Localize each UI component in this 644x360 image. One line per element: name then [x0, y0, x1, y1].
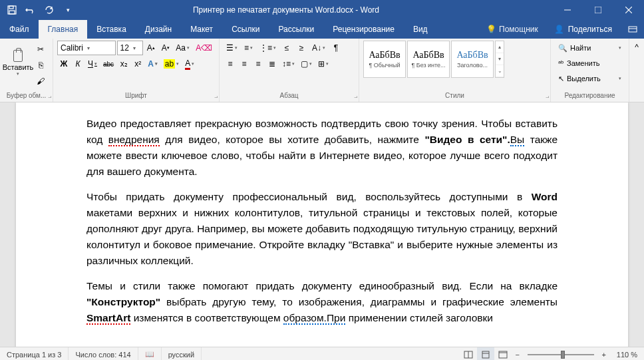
strikethrough-button[interactable]: abc — [100, 57, 116, 71]
align-center-icon[interactable]: ≡ — [238, 57, 251, 71]
borders-icon[interactable]: ⊞ — [315, 57, 331, 71]
zoom-level[interactable]: 110 % — [610, 351, 644, 359]
undo-icon[interactable] — [23, 2, 39, 18]
style-heading1[interactable]: АаБбВвЗаголово... — [451, 41, 494, 78]
svg-rect-7 — [629, 27, 637, 32]
redo-icon[interactable] — [41, 2, 57, 18]
svg-rect-2 — [9, 11, 15, 14]
view-print-layout-icon[interactable] — [477, 347, 494, 361]
group-styles: АаБбВв¶ Обычный АаБбВв¶ Без инте... АаБб… — [359, 39, 551, 102]
underline-button[interactable]: Ч — [85, 57, 100, 71]
window-controls — [552, 0, 644, 20]
document-paragraph: Чтобы придать документу профессиональный… — [86, 189, 558, 269]
multilevel-list-icon[interactable]: ⋮≡ — [257, 41, 279, 55]
group-clipboard: Вставить ▾ ✂ ⎘ 🖌 Буфер обм... — [0, 39, 53, 102]
status-language[interactable]: русский — [162, 347, 202, 360]
group-font: Calibri 12 A▴ A▾ Aa A⌫ Ж К Ч abc x₂ x² A… — [53, 39, 220, 102]
sort-icon[interactable]: A↓ — [309, 41, 328, 55]
minimize-button[interactable] — [552, 0, 583, 20]
increase-indent-icon[interactable]: ≥ — [295, 41, 308, 55]
window-title: Принтер не печатает документы Word.docx … — [80, 5, 492, 15]
tab-mailings[interactable]: Рассылки — [269, 20, 323, 39]
tell-me[interactable]: 💡Помощник — [480, 25, 545, 34]
highlight-icon[interactable]: ab — [161, 57, 182, 71]
ribbon: Вставить ▾ ✂ ⎘ 🖌 Буфер обм... Calibri 12… — [0, 39, 644, 102]
status-page[interactable]: Страница 1 из 3 — [0, 347, 69, 360]
save-icon[interactable] — [4, 2, 20, 18]
justify-icon[interactable]: ≣ — [265, 57, 279, 71]
format-painter-icon[interactable]: 🖌 — [34, 74, 47, 89]
zoom-slider[interactable] — [528, 347, 594, 361]
tab-view[interactable]: Вид — [404, 20, 437, 39]
share-button[interactable]: 👤Поделиться — [545, 25, 621, 34]
group-label: Шрифт — [57, 92, 215, 100]
clipboard-icon — [13, 50, 23, 62]
cut-icon[interactable]: ✂ — [34, 42, 47, 57]
tab-references[interactable]: Ссылки — [222, 20, 269, 39]
group-label: Стили — [363, 92, 546, 100]
svg-rect-4 — [595, 7, 601, 13]
bold-button[interactable]: Ж — [57, 57, 71, 71]
group-label: Абзац — [224, 92, 355, 100]
ribbon-display-options-icon[interactable] — [621, 25, 644, 34]
clear-format-icon[interactable]: A⌫ — [194, 41, 215, 55]
paste-button[interactable]: Вставить ▾ — [4, 41, 32, 86]
group-editing: 🔍Найти▾ ᵃᵇЗаменить ↖Выделить▾ Редактиров… — [551, 39, 629, 102]
tab-layout[interactable]: Макет — [181, 20, 222, 39]
view-web-layout-icon[interactable] — [494, 347, 512, 361]
line-spacing-icon[interactable]: ↕≡ — [279, 57, 297, 71]
tab-design[interactable]: Дизайн — [136, 20, 181, 39]
select-button[interactable]: ↖Выделить▾ — [555, 71, 625, 86]
increase-font-icon[interactable]: A▴ — [144, 41, 158, 55]
italic-button[interactable]: К — [71, 57, 84, 71]
text-effects-icon[interactable]: A — [145, 57, 160, 71]
replace-button[interactable]: ᵃᵇЗаменить — [555, 56, 625, 71]
copy-icon[interactable]: ⎘ — [34, 58, 47, 73]
ribbon-tabs: Файл Главная Вставка Дизайн Макет Ссылки… — [0, 20, 644, 39]
align-right-icon[interactable]: ≡ — [251, 57, 265, 71]
align-left-icon[interactable]: ≡ — [224, 57, 237, 71]
tab-insert[interactable]: Вставка — [87, 20, 136, 39]
numbering-icon[interactable]: ≡ — [242, 41, 255, 55]
document-workspace[interactable]: Видео предоставляет прекрасную возможнос… — [0, 102, 644, 347]
subscript-button[interactable]: x₂ — [117, 57, 130, 71]
shading-icon[interactable]: ▢ — [298, 57, 315, 71]
share-icon: 👤 — [554, 25, 564, 34]
font-name-select[interactable]: Calibri — [57, 41, 116, 55]
group-label: Буфер обм... — [4, 92, 49, 100]
tab-review[interactable]: Рецензирование — [323, 20, 404, 39]
document-page[interactable]: Видео предоставляет прекрасную возможнос… — [16, 102, 628, 347]
style-no-spacing[interactable]: АаБбВв¶ Без инте... — [407, 41, 450, 78]
maximize-button[interactable] — [583, 0, 613, 20]
find-button[interactable]: 🔍Найти▾ — [555, 41, 625, 55]
quick-access-toolbar: ▾ — [0, 2, 80, 18]
bullets-icon[interactable]: ☰ — [224, 41, 240, 55]
font-color-icon[interactable]: A — [182, 57, 197, 71]
tab-file[interactable]: Файл — [0, 20, 39, 39]
document-paragraph: Темы и стили также помогают придать доку… — [86, 278, 558, 326]
styles-gallery-more[interactable]: ▴▾⌄ — [495, 41, 504, 78]
decrease-indent-icon[interactable]: ≤ — [280, 41, 293, 55]
close-button[interactable] — [613, 0, 644, 20]
replace-icon: ᵃᵇ — [558, 59, 564, 68]
style-normal[interactable]: АаБбВв¶ Обычный — [363, 41, 406, 78]
show-hide-icon[interactable]: ¶ — [329, 41, 343, 55]
status-bar: Страница 1 из 3 Число слов: 414 📖 русски… — [0, 347, 644, 360]
zoom-in-button[interactable]: + — [598, 351, 610, 359]
zoom-out-button[interactable]: − — [512, 351, 524, 359]
qat-customize-icon[interactable]: ▾ — [60, 2, 76, 18]
tab-home[interactable]: Главная — [39, 20, 88, 39]
title-bar: ▾ Принтер не печатает документы Word.doc… — [0, 0, 644, 20]
change-case-icon[interactable]: Aa — [174, 41, 192, 55]
superscript-button[interactable]: x² — [131, 57, 144, 71]
status-word-count[interactable]: Число слов: 414 — [69, 347, 138, 360]
svg-rect-11 — [482, 351, 489, 358]
group-paragraph: ☰ ≡ ⋮≡ ≤ ≥ A↓ ¶ ≡ ≡ ≡ ≣ ↕≡ ▢ ⊞ Абзац — [220, 39, 359, 102]
collapse-ribbon-icon[interactable]: ^ — [629, 39, 644, 102]
font-size-select[interactable]: 12 — [117, 41, 143, 55]
document-paragraph: Видео предоставляет прекрасную возможнос… — [86, 116, 558, 180]
styles-gallery: АаБбВв¶ Обычный АаБбВв¶ Без инте... АаБб… — [363, 41, 546, 78]
view-read-mode-icon[interactable] — [460, 347, 477, 361]
decrease-font-icon[interactable]: A▾ — [159, 41, 172, 55]
status-spellcheck-icon[interactable]: 📖 — [138, 347, 162, 360]
